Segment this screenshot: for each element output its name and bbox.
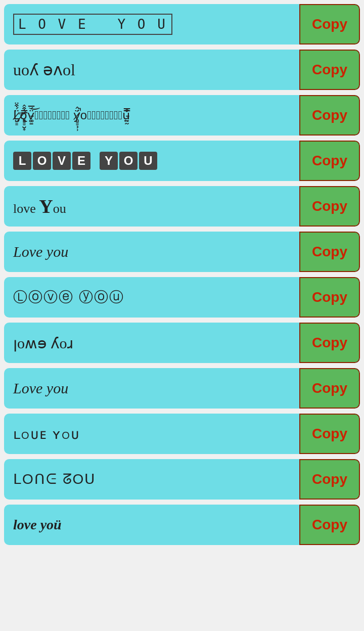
text-display: Lоve yоu bbox=[4, 375, 299, 402]
copy-button[interactable]: Copy bbox=[299, 277, 360, 318]
text-display: Love you bbox=[4, 238, 299, 265]
list-item: ᒪOᑎᕮ ᘔOᑌ Copy bbox=[4, 459, 360, 500]
styled-text: L̷̡̛̺͇̈́͒̈o̸̢̻͇̮͎̿͒̂v̵͚̱̈́̅͝ẽ̴͎͕̩̘͌̈ ÿ̷̻… bbox=[13, 102, 130, 129]
list-item: love You Copy bbox=[4, 186, 360, 227]
copy-button[interactable]: Copy bbox=[299, 141, 360, 181]
list-item: L̷̡̛̺͇̈́͒̈o̸̢̻͇̮͎̿͒̂v̵͚̱̈́̅͝ẽ̴͎͕̩̘͌̈ ÿ̷̻… bbox=[4, 95, 360, 136]
text-display: Ⓛⓞⓥⓔ ⓨⓞⓤ bbox=[4, 283, 299, 312]
copy-button[interactable]: Copy bbox=[299, 232, 360, 272]
list-item: ꞁoʍɘ ʎoɹ Copy bbox=[4, 323, 360, 363]
styled-text: love yoü bbox=[13, 517, 62, 532]
text-display: love yoü bbox=[4, 512, 299, 538]
text-display: L O V E Y O U bbox=[4, 9, 299, 40]
styled-text: Love you bbox=[13, 243, 68, 260]
text-display: ʟoᴜᴇ ʏoᴜ bbox=[4, 421, 299, 447]
text-display: L O V E Y O U bbox=[4, 147, 299, 175]
list-item: Love you Copy bbox=[4, 232, 360, 272]
styled-text: L O V E Y O U bbox=[13, 152, 157, 170]
copy-button[interactable]: Copy bbox=[299, 414, 360, 454]
text-display: ᒪOᑎᕮ ᘔOᑌ bbox=[4, 466, 299, 493]
styled-text: L O V E Y O U bbox=[13, 14, 172, 35]
styled-text: Ⓛⓞⓥⓔ ⓨⓞⓤ bbox=[13, 289, 124, 305]
copy-button[interactable]: Copy bbox=[299, 186, 360, 227]
text-display: uoʎ ǝʌol bbox=[4, 55, 299, 84]
text-display: L̷̡̛̺͇̈́͒̈o̸̢̻͇̮͎̿͒̂v̵͚̱̈́̅͝ẽ̴͎͕̩̘͌̈ ÿ̷̻… bbox=[4, 97, 299, 134]
copy-button[interactable]: Copy bbox=[299, 4, 360, 44]
list-item: Ⓛⓞⓥⓔ ⓨⓞⓤ Copy bbox=[4, 277, 360, 318]
copy-button[interactable]: Copy bbox=[299, 323, 360, 363]
list-item: ʟoᴜᴇ ʏoᴜ Copy bbox=[4, 414, 360, 454]
styled-text: ᒪOᑎᕮ ᘔOᑌ bbox=[13, 471, 96, 487]
copy-button[interactable]: Copy bbox=[299, 95, 360, 136]
copy-button[interactable]: Copy bbox=[299, 459, 360, 500]
styled-text: Lоve yоu bbox=[13, 380, 68, 396]
styled-text: ʟoᴜᴇ ʏoᴜ bbox=[13, 426, 80, 442]
styled-text: uoʎ ǝʌol bbox=[13, 60, 75, 79]
list-item: Lоve yоu Copy bbox=[4, 368, 360, 409]
main-list: L O V E Y O U Copy uoʎ ǝʌol Copy L̷̡̛̺͇̈… bbox=[0, 0, 364, 549]
copy-button[interactable]: Copy bbox=[299, 50, 360, 90]
text-display: love You bbox=[4, 190, 299, 222]
copy-button[interactable]: Copy bbox=[299, 368, 360, 409]
copy-button[interactable]: Copy bbox=[299, 505, 360, 545]
list-item: uoʎ ǝʌol Copy bbox=[4, 50, 360, 90]
list-item: love yoü Copy bbox=[4, 505, 360, 545]
list-item: L O V E Y O U Copy bbox=[4, 141, 360, 181]
styled-text: love You bbox=[13, 201, 66, 216]
text-display: ꞁoʍɘ ʎoɹ bbox=[4, 329, 299, 357]
list-item: L O V E Y O U Copy bbox=[4, 4, 360, 44]
styled-text: ꞁoʍɘ ʎoɹ bbox=[13, 335, 73, 351]
